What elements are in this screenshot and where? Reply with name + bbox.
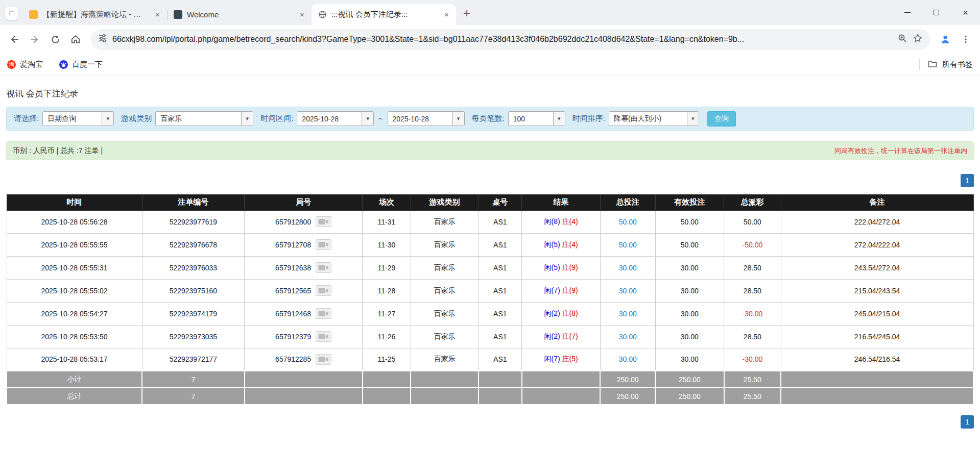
page-number-button[interactable]: 1	[961, 174, 974, 187]
video-replay-icon[interactable]	[316, 216, 331, 227]
cell-payout: -30.00	[724, 348, 781, 371]
cell-time: 2025-10-28 05:55:55	[7, 233, 142, 256]
cell-payout: -30.00	[724, 302, 781, 325]
result-player: 闲(7)	[544, 355, 560, 363]
result-banker: 庄(9)	[562, 263, 578, 271]
site-info-icon[interactable]	[98, 34, 107, 45]
cell-bet-number: 522923974179	[142, 302, 245, 325]
address-bar[interactable]: 66cxkj98.com/ipl/portal.php/game/betreco…	[91, 29, 930, 50]
url-text[interactable]: 66cxkj98.com/ipl/portal.php/game/betreco…	[112, 35, 892, 44]
per-page-select[interactable]: 100 ▾	[508, 111, 565, 126]
cell-round-number: 657912285	[245, 348, 363, 371]
cell-bet-number: 522923976033	[142, 256, 245, 279]
cell-session: 11-27	[363, 302, 411, 325]
game-type-select[interactable]: 百家乐 ▾	[155, 111, 253, 126]
per-page-label: 每页笔数:	[472, 114, 505, 123]
search-button[interactable]: 查询	[707, 111, 736, 127]
video-replay-icon[interactable]	[316, 285, 331, 296]
profile-icon[interactable]	[936, 30, 954, 48]
chevron-down-icon[interactable]: ▾	[362, 112, 373, 126]
minimize-button[interactable]	[893, 0, 922, 25]
close-button[interactable]: ×	[951, 0, 980, 25]
video-replay-icon[interactable]	[316, 262, 331, 273]
cell-valid-bet: 30.00	[655, 302, 724, 325]
bookmarks-separator	[919, 59, 920, 70]
total-bet-link[interactable]: 30.00	[619, 287, 637, 295]
bookmark-aitaobao[interactable]: 淘 爱淘宝	[7, 60, 43, 69]
tab-forum[interactable]: 【新提醒】海燕策略论坛 - 综合 ×	[22, 4, 167, 25]
cell-table-number: AS1	[479, 256, 522, 279]
new-tab-button[interactable]: +	[458, 5, 475, 22]
cell-session: 11-26	[363, 325, 411, 348]
empty-cell	[363, 388, 411, 405]
date-to-value: 2025-10-28	[388, 112, 452, 126]
bookmark-star-icon[interactable]	[913, 33, 923, 45]
round-number: 657912468	[275, 310, 311, 318]
subtotal-count: 7	[142, 371, 245, 388]
range-separator: ~	[378, 115, 383, 123]
bet-records-table: 时间注单编号局号场次游戏类别桌号结果总投注有效投注总派彩备注 2025-10-2…	[6, 194, 974, 405]
table-row: 2025-10-28 05:55:55 522923976678 6579127…	[7, 233, 973, 256]
chevron-down-icon[interactable]: ▾	[241, 112, 253, 126]
cell-round-number: 657912708	[245, 233, 363, 256]
table-row: 2025-10-28 05:53:17 522923972177 6579122…	[7, 348, 973, 371]
cell-session: 11-30	[363, 233, 411, 256]
chevron-down-icon[interactable]: ▾	[102, 112, 113, 126]
tab-close-icon[interactable]: ×	[152, 9, 163, 20]
video-replay-icon[interactable]	[316, 308, 331, 319]
home-button[interactable]	[66, 30, 85, 48]
tab-bet-records[interactable]: :::视讯 会员下注纪录::: ×	[312, 4, 456, 25]
empty-cell	[781, 371, 973, 388]
video-replay-icon[interactable]	[316, 239, 331, 250]
round-number: 657912285	[275, 355, 311, 363]
cell-game-type: 百家乐	[411, 302, 479, 325]
round-number: 657912800	[275, 218, 311, 226]
grand-total-valid-bet: 250.00	[655, 388, 724, 405]
total-bet-link[interactable]: 50.00	[619, 218, 637, 226]
summary-bar: 币别 : 人民币 | 总共 :7 注单 | 同局有效投注，统一计算在该局第一张注…	[6, 141, 974, 160]
reload-button[interactable]	[46, 30, 64, 48]
chevron-down-icon[interactable]: ▾	[452, 112, 464, 126]
menu-icon[interactable]	[957, 30, 975, 48]
video-replay-icon[interactable]	[316, 331, 331, 342]
cell-time: 2025-10-28 05:55:02	[7, 279, 142, 302]
all-bookmarks[interactable]: 所有书签	[919, 59, 973, 70]
cell-total-bet: 50.00	[600, 233, 655, 256]
date-to-select[interactable]: 2025-10-28 ▾	[388, 111, 465, 126]
round-number: 657912379	[275, 333, 311, 341]
cell-valid-bet: 50.00	[655, 233, 724, 256]
tab-welcome[interactable]: Welcome ×	[167, 4, 312, 25]
tab-close-icon[interactable]: ×	[441, 9, 452, 20]
column-header: 时间	[7, 194, 142, 210]
zoom-icon[interactable]	[897, 33, 907, 45]
baidu-paw-icon	[59, 60, 68, 69]
total-bet-link[interactable]: 50.00	[619, 241, 637, 249]
date-from-select[interactable]: 2025-10-28 ▾	[297, 111, 374, 126]
cell-game-type: 百家乐	[411, 210, 479, 233]
cell-result: 闲(5) 庄(9)	[522, 256, 600, 279]
empty-cell	[245, 371, 363, 388]
page-title: 视讯 会员下注纪录	[6, 88, 974, 99]
tab-search-button[interactable]	[5, 7, 18, 20]
cell-time: 2025-10-28 05:53:17	[7, 348, 142, 371]
sort-select[interactable]: 降幂(由大到小) ▾	[609, 111, 699, 126]
chevron-down-icon[interactable]: ▾	[553, 112, 565, 126]
back-button[interactable]	[5, 30, 23, 48]
chevron-down-icon[interactable]: ▾	[687, 112, 699, 126]
forward-button[interactable]	[26, 30, 44, 48]
total-bet-link[interactable]: 30.00	[619, 333, 637, 341]
cell-total-bet: 30.00	[600, 279, 655, 302]
video-replay-icon[interactable]	[316, 354, 331, 365]
result-player: 闲(8)	[544, 217, 560, 226]
maximize-button[interactable]	[922, 0, 951, 25]
total-bet-link[interactable]: 30.00	[619, 355, 637, 363]
tab-close-icon[interactable]: ×	[297, 9, 307, 20]
column-header: 局号	[245, 194, 363, 210]
cell-result: 闲(2) 庄(7)	[522, 325, 600, 348]
page-number-button[interactable]: 1	[961, 415, 974, 429]
total-bet-link[interactable]: 30.00	[619, 264, 637, 272]
total-bet-link[interactable]: 30.00	[619, 310, 637, 318]
bookmark-baidu[interactable]: 百度一下	[59, 60, 103, 69]
query-type-select[interactable]: 日期查询 ▾	[42, 111, 114, 126]
cell-time: 2025-10-28 05:55:31	[7, 256, 142, 279]
